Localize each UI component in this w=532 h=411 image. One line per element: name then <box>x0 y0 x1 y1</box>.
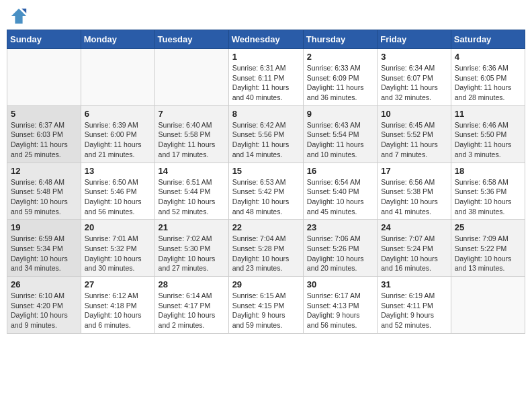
day-number: 11 <box>455 109 521 119</box>
day-info: Sunrise: 6:34 AM Sunset: 6:07 PM Dayligh… <box>381 63 447 103</box>
day-number: 9 <box>307 109 373 119</box>
day-info: Sunrise: 7:02 AM Sunset: 5:30 PM Dayligh… <box>159 234 225 273</box>
day-info: Sunrise: 6:58 AM Sunset: 5:36 PM Dayligh… <box>455 177 521 217</box>
day-info: Sunrise: 7:07 AM Sunset: 5:24 PM Dayligh… <box>381 234 447 273</box>
day-info: Sunrise: 6:46 AM Sunset: 5:50 PM Dayligh… <box>455 120 521 160</box>
day-info: Sunrise: 6:17 AM Sunset: 4:13 PM Dayligh… <box>307 291 373 330</box>
day-cell: 30Sunrise: 6:17 AM Sunset: 4:13 PM Dayli… <box>303 277 377 334</box>
day-info: Sunrise: 6:14 AM Sunset: 4:17 PM Dayligh… <box>159 291 225 330</box>
day-cell <box>451 277 525 334</box>
day-number: 30 <box>307 279 373 289</box>
day-number: 6 <box>85 109 151 119</box>
day-info: Sunrise: 6:50 AM Sunset: 5:46 PM Dayligh… <box>85 177 151 217</box>
day-cell: 12Sunrise: 6:48 AM Sunset: 5:48 PM Dayli… <box>7 163 81 220</box>
day-info: Sunrise: 6:51 AM Sunset: 5:44 PM Dayligh… <box>159 177 225 217</box>
day-number: 31 <box>381 279 447 289</box>
day-cell: 7Sunrise: 6:40 AM Sunset: 5:58 PM Daylig… <box>154 105 228 163</box>
header-wednesday: Wednesday <box>228 30 303 49</box>
day-cell: 13Sunrise: 6:50 AM Sunset: 5:46 PM Dayli… <box>81 163 154 220</box>
day-info: Sunrise: 6:15 AM Sunset: 4:15 PM Dayligh… <box>232 291 300 330</box>
day-info: Sunrise: 6:40 AM Sunset: 5:58 PM Dayligh… <box>159 120 225 160</box>
day-cell: 2Sunrise: 6:33 AM Sunset: 6:09 PM Daylig… <box>303 49 377 106</box>
day-number: 5 <box>11 109 77 119</box>
day-number: 18 <box>455 166 521 176</box>
day-info: Sunrise: 6:39 AM Sunset: 6:00 PM Dayligh… <box>85 120 151 160</box>
day-cell: 26Sunrise: 6:10 AM Sunset: 4:20 PM Dayli… <box>7 277 81 334</box>
day-number: 1 <box>232 52 300 62</box>
day-cell: 20Sunrise: 7:01 AM Sunset: 5:32 PM Dayli… <box>81 220 154 277</box>
day-cell: 18Sunrise: 6:58 AM Sunset: 5:36 PM Dayli… <box>451 163 525 220</box>
calendar-table: SundayMondayTuesdayWednesdayThursdayFrid… <box>7 30 525 334</box>
day-info: Sunrise: 7:04 AM Sunset: 5:28 PM Dayligh… <box>232 234 300 273</box>
day-cell: 16Sunrise: 6:54 AM Sunset: 5:40 PM Dayli… <box>303 163 377 220</box>
day-cell: 1Sunrise: 6:31 AM Sunset: 6:11 PM Daylig… <box>228 49 303 106</box>
day-number: 16 <box>307 166 373 176</box>
header-saturday: Saturday <box>451 30 525 49</box>
day-cell: 27Sunrise: 6:12 AM Sunset: 4:18 PM Dayli… <box>81 277 154 334</box>
day-info: Sunrise: 6:19 AM Sunset: 4:11 PM Dayligh… <box>381 291 447 330</box>
day-info: Sunrise: 6:43 AM Sunset: 5:54 PM Dayligh… <box>307 120 373 160</box>
day-number: 10 <box>381 109 447 119</box>
day-info: Sunrise: 6:56 AM Sunset: 5:38 PM Dayligh… <box>381 177 447 217</box>
day-number: 4 <box>455 52 521 62</box>
day-number: 12 <box>11 166 77 176</box>
day-cell: 11Sunrise: 6:46 AM Sunset: 5:50 PM Dayli… <box>451 105 525 163</box>
day-number: 21 <box>159 222 225 232</box>
day-info: Sunrise: 6:59 AM Sunset: 5:34 PM Dayligh… <box>11 234 77 273</box>
day-cell: 10Sunrise: 6:45 AM Sunset: 5:52 PM Dayli… <box>378 105 451 163</box>
day-number: 2 <box>307 52 373 62</box>
day-info: Sunrise: 6:12 AM Sunset: 4:18 PM Dayligh… <box>85 291 151 330</box>
day-number: 17 <box>381 166 447 176</box>
day-number: 26 <box>11 279 77 289</box>
day-number: 27 <box>85 279 151 289</box>
header-tuesday: Tuesday <box>154 30 228 49</box>
day-info: Sunrise: 6:53 AM Sunset: 5:42 PM Dayligh… <box>232 177 300 217</box>
day-cell: 3Sunrise: 6:34 AM Sunset: 6:07 PM Daylig… <box>378 49 451 106</box>
logo-icon <box>9 7 28 26</box>
day-number: 13 <box>85 166 151 176</box>
day-number: 19 <box>11 222 77 232</box>
day-number: 24 <box>381 222 447 232</box>
day-cell: 29Sunrise: 6:15 AM Sunset: 4:15 PM Dayli… <box>228 277 303 334</box>
day-cell: 9Sunrise: 6:43 AM Sunset: 5:54 PM Daylig… <box>303 105 377 163</box>
day-number: 14 <box>159 166 225 176</box>
day-number: 29 <box>232 279 300 289</box>
day-number: 7 <box>159 109 225 119</box>
day-info: Sunrise: 6:36 AM Sunset: 6:05 PM Dayligh… <box>455 63 521 103</box>
day-cell: 28Sunrise: 6:14 AM Sunset: 4:17 PM Dayli… <box>154 277 228 334</box>
day-cell: 24Sunrise: 7:07 AM Sunset: 5:24 PM Dayli… <box>378 220 451 277</box>
day-cell <box>154 49 228 106</box>
week-row-2: 5Sunrise: 6:37 AM Sunset: 6:03 PM Daylig… <box>7 105 525 163</box>
day-info: Sunrise: 6:10 AM Sunset: 4:20 PM Dayligh… <box>11 291 77 330</box>
header-friday: Friday <box>378 30 451 49</box>
day-info: Sunrise: 6:31 AM Sunset: 6:11 PM Dayligh… <box>232 63 300 103</box>
day-cell: 22Sunrise: 7:04 AM Sunset: 5:28 PM Dayli… <box>228 220 303 277</box>
day-cell <box>81 49 154 106</box>
day-cell: 25Sunrise: 7:09 AM Sunset: 5:22 PM Dayli… <box>451 220 525 277</box>
day-cell: 31Sunrise: 6:19 AM Sunset: 4:11 PM Dayli… <box>378 277 451 334</box>
day-info: Sunrise: 6:37 AM Sunset: 6:03 PM Dayligh… <box>11 120 77 160</box>
day-info: Sunrise: 6:42 AM Sunset: 5:56 PM Dayligh… <box>232 120 300 160</box>
day-cell: 19Sunrise: 6:59 AM Sunset: 5:34 PM Dayli… <box>7 220 81 277</box>
header-monday: Monday <box>81 30 154 49</box>
header-sunday: Sunday <box>7 30 81 49</box>
day-cell: 5Sunrise: 6:37 AM Sunset: 6:03 PM Daylig… <box>7 105 81 163</box>
day-number: 23 <box>307 222 373 232</box>
day-number: 28 <box>159 279 225 289</box>
day-cell: 6Sunrise: 6:39 AM Sunset: 6:00 PM Daylig… <box>81 105 154 163</box>
day-cell: 14Sunrise: 6:51 AM Sunset: 5:44 PM Dayli… <box>154 163 228 220</box>
day-number: 22 <box>232 222 300 232</box>
day-cell <box>7 49 81 106</box>
day-info: Sunrise: 7:06 AM Sunset: 5:26 PM Dayligh… <box>307 234 373 273</box>
day-number: 20 <box>85 222 151 232</box>
day-number: 25 <box>455 222 521 232</box>
week-row-1: 1Sunrise: 6:31 AM Sunset: 6:11 PM Daylig… <box>7 49 525 106</box>
calendar-header-row: SundayMondayTuesdayWednesdayThursdayFrid… <box>7 30 525 49</box>
day-cell: 17Sunrise: 6:56 AM Sunset: 5:38 PM Dayli… <box>378 163 451 220</box>
day-info: Sunrise: 6:54 AM Sunset: 5:40 PM Dayligh… <box>307 177 373 217</box>
day-info: Sunrise: 6:45 AM Sunset: 5:52 PM Dayligh… <box>381 120 447 160</box>
week-row-5: 26Sunrise: 6:10 AM Sunset: 4:20 PM Dayli… <box>7 277 525 334</box>
day-cell: 4Sunrise: 6:36 AM Sunset: 6:05 PM Daylig… <box>451 49 525 106</box>
day-info: Sunrise: 7:01 AM Sunset: 5:32 PM Dayligh… <box>85 234 151 273</box>
week-row-3: 12Sunrise: 6:48 AM Sunset: 5:48 PM Dayli… <box>7 163 525 220</box>
